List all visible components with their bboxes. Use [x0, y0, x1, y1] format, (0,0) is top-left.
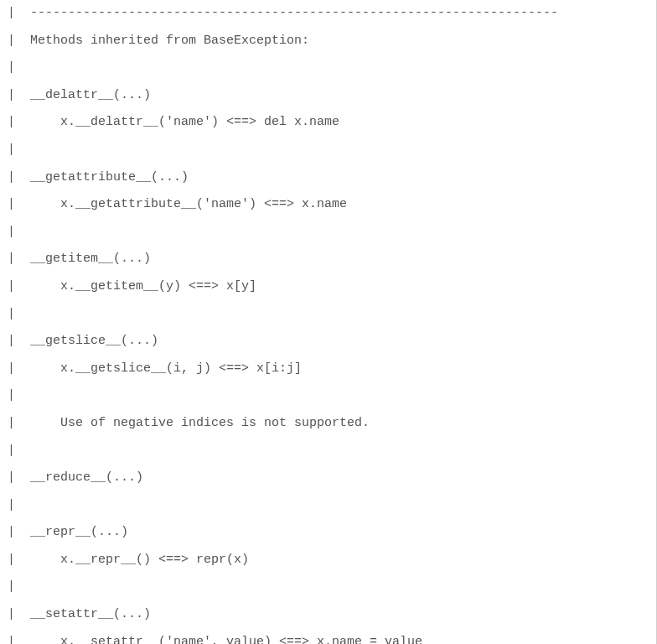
- help-line: | x.__getitem__(y) <==> x[y]: [0, 273, 656, 301]
- help-line: | x.__delattr__('name') <==> del x.name: [0, 109, 656, 137]
- help-line: | __getslice__(...): [0, 328, 656, 356]
- help-line: | Use of negative indices is not support…: [0, 410, 656, 438]
- help-line: | --------------------------------------…: [0, 0, 656, 28]
- help-line: |: [0, 301, 656, 329]
- help-line: | __delattr__(...): [0, 82, 656, 110]
- help-line: | __getattribute__(...): [0, 164, 656, 192]
- help-line: | __reduce__(...): [0, 465, 656, 492]
- help-line: | __setattr__(...): [0, 601, 656, 629]
- help-line: |: [0, 492, 656, 520]
- help-line: |: [0, 137, 656, 164]
- help-line: | __getitem__(...): [0, 246, 656, 273]
- help-line: |: [0, 574, 656, 601]
- help-line: |: [0, 382, 656, 410]
- help-line: | Methods inherited from BaseException:: [0, 28, 656, 55]
- help-line: | x.__getslice__(i, j) <==> x[i:j]: [0, 356, 656, 383]
- help-line: | x.__setattr__('name', value) <==> x.na…: [0, 629, 656, 644]
- help-line: | __repr__(...): [0, 519, 656, 547]
- help-line: | x.__getattribute__('name') <==> x.name: [0, 191, 656, 219]
- help-line: |: [0, 219, 656, 247]
- help-line: |: [0, 438, 656, 465]
- help-line: |: [0, 55, 656, 82]
- help-text-block: | --------------------------------------…: [0, 0, 657, 644]
- help-line: | x.__repr__() <==> repr(x): [0, 547, 656, 574]
